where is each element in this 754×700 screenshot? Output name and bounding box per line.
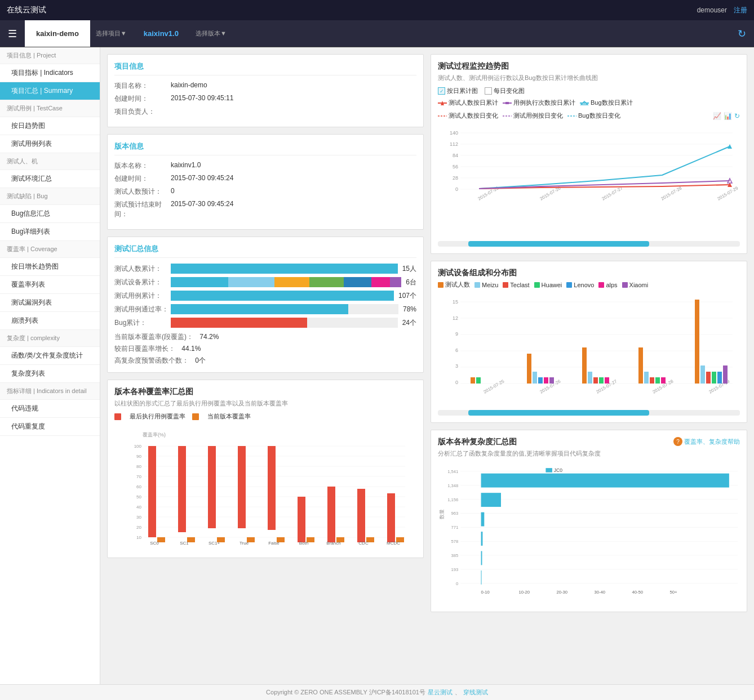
extra-stats: 当前版本覆盖率(段覆盖)： 74.2% 较前日覆盖率增长： 44.1% 高复杂度… (114, 332, 416, 365)
svg-rect-87 (605, 377, 609, 384)
chart-line-icon[interactable]: 📈 (713, 112, 721, 120)
svg-text:0: 0 (455, 186, 458, 192)
sidebar-item-code-violation[interactable]: 代码违规 (0, 400, 100, 418)
sidebar-item-summary[interactable]: 项目汇总 | Summary (0, 82, 100, 100)
svg-rect-95 (706, 372, 711, 384)
svg-rect-91 (655, 377, 660, 384)
sidebar-item-complexity-stats[interactable]: 函数/类/文件复杂度统计 (0, 347, 100, 365)
checkbox-daily-cum[interactable]: ✓ 按日累计图 (438, 87, 478, 95)
sidebar-item-trend[interactable]: 按日趋势图 (0, 117, 100, 135)
complexity-chart-card: 版本各种复杂度汇总图 分析汇总了函数复杂度量度的值,更清晰掌握项目代码复杂度 ?… (431, 430, 747, 612)
svg-rect-85 (593, 377, 598, 384)
checkbox-daily-change[interactable]: 每日变化图 (485, 87, 525, 95)
trend-legend2: 测试人数按日变化 测试用例按日变化 Bug数按日变化 📈 📊 (438, 112, 740, 120)
svg-text:15: 15 (453, 299, 458, 305)
svg-text:覆盖率(%): 覆盖率(%) (143, 432, 166, 438)
svg-rect-80 (538, 377, 543, 384)
stats-row-devices: 测试设备累计： 6台 (114, 277, 416, 287)
device-svg: 15 12 9 6 3 0 2015-07-2 (438, 293, 740, 406)
tabbar: ☰ kaixin-demo 选择项目▼ kaixinv1.0 选择版本▼ ↻ (0, 20, 754, 47)
bar-20-30 (481, 512, 485, 527)
project-info-title: 项目信息 (114, 61, 416, 75)
legend-cases-cum: 用例执行次数按日累计 (503, 99, 575, 107)
svg-rect-33 (505, 102, 509, 104)
stats-bar-bugs (171, 318, 398, 328)
trend-scrollbar[interactable] (438, 241, 740, 247)
stats-bar-passrate (171, 304, 398, 314)
sidebar-section-tester: 测试人、机 (0, 153, 100, 170)
trend-legend: 测试人数按日累计 用例执行次数按日累计 Bug数按日累计 (438, 99, 740, 107)
coverage-legend: 最后执行用例覆盖率 当前版本覆盖率 (114, 412, 416, 421)
device-scrollbar[interactable] (438, 410, 740, 416)
svg-text:70: 70 (136, 474, 141, 479)
legend-huawei: Huawei (534, 282, 562, 288)
complexity-help[interactable]: ? 覆盖率、复杂度帮助 (673, 437, 740, 446)
svg-text:1,541: 1,541 (447, 469, 458, 474)
device-scroll-thumb[interactable] (468, 410, 650, 416)
trend-scroll-thumb[interactable] (468, 241, 650, 247)
legend-teclast: Teclast (503, 282, 529, 288)
svg-text:100: 100 (134, 444, 142, 449)
legend-dot-current (192, 413, 199, 420)
stats-label-devices: 测试设备累计： (114, 278, 171, 287)
sidebar-item-code-dup[interactable]: 代码重复度 (0, 418, 100, 436)
bar-branch-last (327, 487, 335, 542)
complexity-svg: 1,541 1,348 1,156 963 771 578 385 193 0 … (438, 462, 740, 603)
header: 在线云测试 demouser 注册 (0, 0, 754, 20)
svg-rect-89 (644, 372, 649, 384)
svg-marker-56 (728, 144, 732, 149)
sidebar-item-crash[interactable]: 崩溃列表 (0, 312, 100, 330)
svg-text:1,156: 1,156 (447, 497, 458, 502)
sidebar-item-buginfo[interactable]: Bug信息汇总 (0, 205, 100, 223)
footer-link2[interactable]: 穿线测试 (463, 688, 488, 697)
sidebar-item-cov-leak[interactable]: 测试漏洞列表 (0, 294, 100, 312)
sidebar-section-complexity: 复杂度 | complexity (0, 330, 100, 347)
register-link[interactable]: 注册 (734, 6, 747, 15)
sidebar-item-env[interactable]: 测试环境汇总 (0, 170, 100, 188)
stats-val-testers: 15人 (402, 264, 416, 274)
version-info-card: 版本信息 版本名称： kaixinv1.0 创建时间： 2015-07-30 0… (107, 134, 424, 230)
info-row-name: 项目名称： kaixin-demo (114, 81, 416, 91)
right-panel: 测试过程监控趋势图 测试人数、测试用例运行数以及Bug数按日累计增长曲线图 ✓ … (431, 54, 747, 612)
project-info-card: 项目信息 项目名称： kaixin-demo 创建时间： 2015-07-30 … (107, 54, 424, 127)
svg-text:771: 771 (451, 525, 459, 530)
bar-30-40 (481, 532, 483, 546)
tab-kaixinv1[interactable]: kaixinv1.0 (132, 20, 190, 47)
sidebar-item-indicators[interactable]: 项目指标 | Indicators (0, 64, 100, 82)
svg-rect-90 (650, 377, 654, 384)
stats-val-bugs: 24个 (402, 318, 416, 328)
stats-label-passrate: 测试用例通过率： (114, 305, 171, 314)
svg-text:SC1: SC1 (180, 541, 189, 546)
svg-rect-77 (476, 377, 481, 384)
sidebar-item-cov-trend[interactable]: 按日增长趋势图 (0, 258, 100, 276)
legend-label-current: 当前版本覆盖率 (207, 412, 251, 421)
svg-text:2015-07-29: 2015-07-29 (717, 185, 739, 202)
info-label-owner: 项目负责人： (114, 107, 171, 117)
svg-text:40: 40 (136, 505, 141, 510)
legend-cases-day: 测试用例按日变化 (503, 112, 563, 120)
refresh-icon[interactable]: ↻ (738, 28, 754, 40)
sidebar-item-cov-list[interactable]: 覆盖率列表 (0, 276, 100, 294)
copyright-text: Copyright © ZERO ONE ASSEMBLY 沪ICP备14018… (266, 688, 425, 697)
chart-bar-icon[interactable]: 📊 (724, 112, 732, 120)
tab-kaixin-demo[interactable]: kaixin-demo (25, 20, 90, 47)
svg-rect-81 (544, 377, 548, 384)
info-label-tester-count: 测试人数预计： (114, 187, 171, 197)
info-value-end-time: 2015-07-30 09:45:24 (171, 200, 233, 219)
chart-refresh-icon[interactable]: ↻ (734, 112, 740, 120)
sidebar-item-bugdetail[interactable]: Bug详细列表 (0, 223, 100, 241)
footer-link1[interactable]: 星云测试 (428, 688, 453, 697)
menu-icon[interactable]: ☰ (0, 28, 25, 40)
svg-text:80: 80 (136, 464, 141, 469)
tab-kaixin-demo-dropdown[interactable]: 选择项目▼ (90, 29, 132, 38)
sidebar-section-coverage: 覆盖率 | Coverage (0, 241, 100, 258)
bar-true-last (238, 446, 246, 528)
trend-chart-subtitle: 测试人数、测试用例运行数以及Bug数按日累计增长曲线图 (438, 74, 740, 82)
sidebar-item-caselist[interactable]: 测试用例列表 (0, 135, 100, 153)
tab-kaixin-demo-label: kaixin-demo (36, 29, 79, 38)
sidebar-section-project: 项目信息 | Project (0, 47, 100, 64)
sidebar-item-complexity-list[interactable]: 复杂度列表 (0, 365, 100, 383)
tab-version-dropdown[interactable]: 选择版本▼ (190, 29, 232, 38)
device-chart-card: 测试设备组成和分布图 测试人数 Meizu Tecl (431, 261, 747, 423)
legend-xiaomi: Xiaomi (622, 282, 649, 288)
